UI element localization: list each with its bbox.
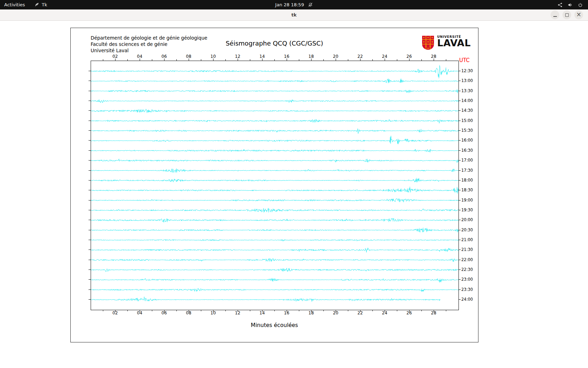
- network-icon[interactable]: [558, 2, 562, 7]
- x-tick-label: 16: [284, 54, 289, 59]
- x-tick-label: 10: [210, 54, 216, 59]
- row-tick-left: [89, 210, 91, 210]
- x-tick-mark: [152, 310, 152, 311]
- x-tick-mark: [434, 310, 434, 312]
- seismograph-frame: Département de géologie et de génie géol…: [70, 28, 478, 342]
- volume-icon[interactable]: [568, 2, 573, 7]
- x-tick-mark: [250, 59, 250, 61]
- row-tick-left: [89, 91, 91, 91]
- utc-row-label: 16:00: [461, 138, 473, 143]
- row-tick-right: [458, 91, 461, 91]
- utc-row-label: 20:00: [461, 217, 473, 222]
- app-menu[interactable]: Tk: [35, 0, 47, 9]
- row-tick-right: [458, 260, 461, 260]
- x-tick-mark: [311, 59, 312, 61]
- x-tick-mark: [409, 310, 410, 312]
- x-tick-mark: [323, 310, 324, 311]
- close-button[interactable]: ×: [574, 11, 583, 19]
- row-tick-right: [458, 101, 461, 101]
- utc-row-label: 23:00: [461, 277, 473, 282]
- row-tick-left: [89, 140, 91, 141]
- utc-row-label: 22:30: [461, 267, 473, 272]
- seismogram-traces-canvas: [91, 61, 458, 310]
- x-tick-mark: [372, 310, 373, 311]
- x-tick-label: 20: [333, 54, 338, 59]
- row-tick-left: [89, 200, 91, 200]
- row-tick-right: [458, 250, 461, 250]
- row-tick-left: [89, 270, 91, 270]
- row-tick-left: [89, 71, 91, 71]
- row-tick-left: [89, 240, 91, 240]
- row-tick-left: [89, 279, 91, 280]
- utc-row-label: 15:00: [461, 118, 473, 123]
- row-tick-right: [458, 220, 461, 220]
- x-tick-mark: [311, 310, 312, 312]
- clock-menu[interactable]: Jan 28 18:59: [275, 0, 313, 9]
- activities-button[interactable]: Activities: [4, 0, 25, 9]
- row-tick-right: [458, 210, 461, 210]
- utc-row-label: 20:30: [461, 227, 473, 232]
- x-tick-mark: [201, 59, 201, 61]
- bottom-axis-tick-labels: 0204060810121416182022242628: [91, 311, 458, 315]
- row-tick-right: [458, 190, 461, 190]
- row-tick-right: [458, 270, 461, 270]
- row-tick-right: [458, 200, 461, 200]
- x-tick-label: 28: [431, 54, 436, 59]
- x-tick-mark: [140, 59, 140, 61]
- x-tick-mark: [127, 310, 128, 311]
- row-tick-right: [458, 170, 461, 171]
- x-tick-mark: [421, 310, 422, 311]
- close-icon: ×: [576, 12, 581, 18]
- x-tick-mark: [115, 59, 115, 61]
- row-tick-right: [458, 230, 461, 230]
- x-tick-mark: [176, 59, 177, 61]
- power-icon[interactable]: [578, 2, 583, 7]
- plot-area: [91, 61, 459, 310]
- row-tick-left: [89, 190, 91, 190]
- maximize-button[interactable]: [562, 11, 571, 19]
- x-tick-mark: [397, 310, 397, 311]
- x-tick-mark: [103, 59, 103, 61]
- notifications-muted-icon: [308, 2, 313, 7]
- tk-feather-icon: [35, 2, 39, 7]
- row-tick-left: [89, 81, 91, 81]
- x-tick-mark: [201, 310, 201, 311]
- row-tick-right: [458, 299, 461, 300]
- row-tick-right: [458, 71, 461, 71]
- utc-row-label: 13:30: [461, 88, 473, 93]
- x-tick-mark: [127, 59, 128, 61]
- x-tick-mark: [287, 59, 287, 61]
- x-tick-mark: [140, 310, 140, 312]
- x-axis-label: Minutes écoulées: [91, 322, 458, 328]
- x-tick-mark: [385, 59, 385, 61]
- x-tick-mark: [421, 59, 422, 61]
- minimize-button[interactable]: [551, 11, 559, 19]
- row-tick-right: [458, 289, 461, 290]
- x-tick-mark: [446, 59, 446, 61]
- window-titlebar[interactable]: tk ×: [0, 9, 588, 21]
- utc-row-label: 21:00: [461, 237, 473, 242]
- row-tick-right: [458, 240, 461, 240]
- row-tick-left: [89, 101, 91, 101]
- row-tick-right: [458, 140, 461, 141]
- row-tick-right: [458, 150, 461, 151]
- x-tick-label: 12: [235, 54, 240, 59]
- x-tick-label: 08: [186, 54, 191, 59]
- x-tick-mark: [348, 310, 348, 311]
- row-tick-left: [89, 260, 91, 260]
- x-tick-label: 14: [259, 54, 265, 59]
- utc-row-label: 13:00: [461, 78, 473, 83]
- row-tick-left: [89, 130, 91, 131]
- x-tick-label: 04: [137, 54, 142, 59]
- row-tick-left: [89, 230, 91, 230]
- clock-label: Jan 28 18:59: [275, 2, 304, 7]
- utc-row-label: 14:00: [461, 98, 473, 103]
- x-tick-mark: [336, 310, 336, 312]
- utc-row-label: 18:00: [461, 178, 473, 183]
- row-tick-left: [89, 170, 91, 171]
- row-tick-left: [89, 110, 91, 111]
- row-tick-left: [89, 160, 91, 161]
- row-tick-right: [458, 180, 461, 180]
- x-tick-mark: [115, 310, 115, 312]
- minimize-icon: [553, 16, 557, 17]
